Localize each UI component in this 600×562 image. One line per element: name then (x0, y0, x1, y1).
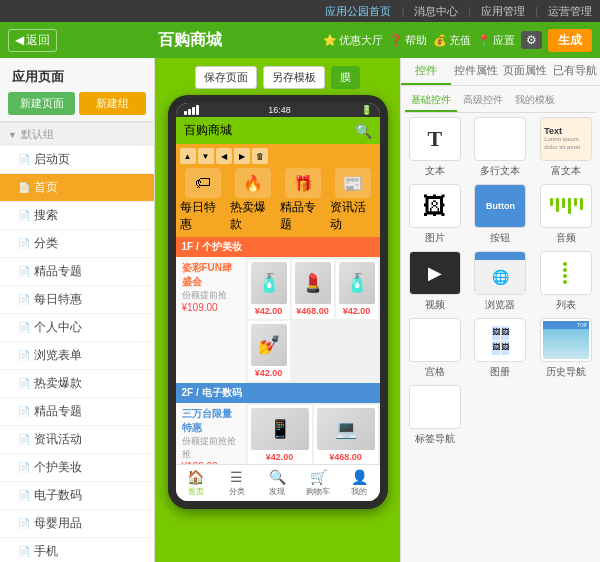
product-price: ¥42.00 (251, 306, 287, 316)
product-img: 💻 (317, 408, 375, 450)
phone-nav-profile[interactable]: 👤 我的 (339, 465, 380, 501)
top-link-park[interactable]: 应用公园首页 (325, 4, 391, 19)
banner-tab-daily-icon: 🏷 (185, 168, 221, 198)
banner-tab-daily[interactable]: 🏷 每日特惠 (180, 168, 226, 233)
widget-tab-nav[interactable]: 标签导航 (405, 385, 465, 446)
widget-richtext-label: 富文本 (551, 164, 581, 178)
section2-price: ¥109.00 (182, 461, 240, 464)
sidebar-item-phone[interactable]: 📄 手机 (0, 538, 154, 562)
phone-search-icon[interactable]: 🔍 (355, 123, 372, 139)
save-template-button[interactable]: 另存模板 (263, 66, 325, 89)
sidebar-item-hot-sales[interactable]: 📄 热卖爆款 (0, 370, 154, 398)
banner-tab-hot-icon: 🔥 (235, 168, 271, 198)
sidebar-item-home[interactable]: 📄 首页 (0, 174, 154, 202)
widget-gallery[interactable]: 🖼 🖼 🖼 🖼 图册 (471, 318, 531, 379)
widget-multiline[interactable]: 多行文本 (471, 117, 531, 178)
product-item[interactable]: 🧴 ¥42.00 (336, 259, 378, 319)
product-item[interactable]: 💄 ¥468.00 (292, 259, 334, 319)
product-item[interactable]: 💅 ¥42.00 (248, 321, 290, 381)
banner-delete-button[interactable]: 🗑 (252, 148, 268, 164)
generate-button[interactable]: 生成 (548, 29, 592, 52)
sidebar-item-browse-form[interactable]: 📄 浏览表单 (0, 342, 154, 370)
sidebar-group-default[interactable]: ▼ 默认组 (0, 122, 154, 146)
tab-page-props[interactable]: 页面属性 (501, 58, 551, 85)
sidebar-item-beauty[interactable]: 📄 个护美妆 (0, 454, 154, 482)
top-link-ops[interactable]: 运营管理 (548, 4, 592, 19)
widget-browser-label: 浏览器 (485, 298, 515, 312)
banner-tab-news[interactable]: 📰 资讯活动 (330, 168, 376, 233)
product-price: ¥42.00 (251, 452, 309, 462)
widget-image-label: 图片 (425, 231, 445, 245)
banner-right-button[interactable]: ▶ (234, 148, 250, 164)
banner-up-button[interactable]: ▲ (180, 148, 196, 164)
widget-video[interactable]: ▶ 视频 (405, 251, 465, 312)
page-icon: 📄 (18, 406, 30, 417)
tab-widget-props[interactable]: 控件属性 (451, 58, 501, 85)
phone-nav-discover[interactable]: 🔍 发现 (257, 465, 298, 501)
phone-nav-home[interactable]: 🏠 首页 (176, 465, 217, 501)
sidebar-item-category[interactable]: 📄 分类 (0, 230, 154, 258)
page-icon: 📄 (18, 490, 30, 501)
product-item[interactable]: 💻 ¥468.00 (314, 405, 378, 464)
widget-grid: T 文本 多行文本 (401, 113, 600, 450)
product-item[interactable]: 🧴 ¥42.00 (248, 259, 290, 319)
phone-nav-cart-label: 购物车 (306, 486, 330, 497)
widget-image[interactable]: 🖼 图片 (405, 184, 465, 245)
banner-tab-hot[interactable]: 🔥 热卖爆款 (230, 168, 276, 233)
top-link-app-manage[interactable]: 应用管理 (481, 4, 525, 19)
phone-nav-cart[interactable]: 🛒 购物车 (298, 465, 339, 501)
cart-nav-icon: 🛒 (310, 469, 327, 485)
back-button[interactable]: ◀ 返回 (8, 29, 57, 52)
widget-button-label: 按钮 (490, 231, 510, 245)
product-img: 🧴 (251, 262, 287, 304)
banner-down-button[interactable]: ▼ (198, 148, 214, 164)
page-icon: 📄 (18, 154, 30, 165)
section1-price: ¥109.00 (182, 302, 240, 313)
product-item[interactable]: 📱 ¥42.00 (248, 405, 312, 464)
banner-tab-premium[interactable]: 🎁 精品专题 (280, 168, 326, 233)
signal-icon (184, 105, 199, 115)
widget-button[interactable]: Button 按钮 (471, 184, 531, 245)
flag-button[interactable]: 膜 (331, 66, 360, 89)
sidebar-item-premium-topic2[interactable]: 📄 精品专题 (0, 398, 154, 426)
sidebar-item-personal-center[interactable]: 📄 个人中心 (0, 314, 154, 342)
sidebar-item-launch[interactable]: 📄 启动页 (0, 146, 154, 174)
widget-browser[interactable]: 🌐 浏览器 (471, 251, 531, 312)
widget-grid-w[interactable]: 宫格 (405, 318, 465, 379)
new-group-button[interactable]: 新建组 (79, 92, 146, 115)
sub-tab-advanced[interactable]: 高级控件 (457, 90, 509, 112)
sidebar-item-electronics[interactable]: 📄 电子数码 (0, 482, 154, 510)
right-panel: 控件 控件属性 页面属性 已有导航 基础控件 高级控件 我的模板 T 文本 (400, 58, 600, 562)
section1-header: 1F / 个护美妆 (176, 237, 380, 257)
sub-tab-basic[interactable]: 基础控件 (405, 90, 457, 112)
banner-left-button[interactable]: ◀ (216, 148, 232, 164)
nav-recharge[interactable]: 💰 充值 (433, 33, 471, 48)
sub-tab-my-templates[interactable]: 我的模板 (509, 90, 561, 112)
phone-content[interactable]: ▲ ▼ ◀ ▶ 🗑 🏷 每日特惠 🔥 (176, 144, 380, 464)
section2-products: 📱 ¥42.00 💻 ¥468.00 (246, 403, 380, 464)
home-nav-icon: 🏠 (187, 469, 204, 485)
tab-widgets[interactable]: 控件 (401, 58, 451, 85)
page-icon: 📄 (18, 518, 30, 529)
sidebar-item-news[interactable]: 📄 资讯活动 (0, 426, 154, 454)
widget-text[interactable]: T 文本 (405, 117, 465, 178)
section2-promo-name: 三万台限量特惠 (182, 407, 240, 435)
sidebar-item-daily-special[interactable]: 📄 每日特惠 (0, 286, 154, 314)
widget-list[interactable]: 列表 (536, 251, 596, 312)
widget-richtext[interactable]: Text Lorem ipsum dolor sit amet 富文本 (536, 117, 596, 178)
nav-settings[interactable]: 📍 应置 (477, 33, 515, 48)
phone-nav-category-label: 分类 (229, 486, 245, 497)
nav-help[interactable]: ❓ 帮助 (389, 33, 427, 48)
new-page-button[interactable]: 新建页面 (8, 92, 75, 115)
widget-audio[interactable]: 音频 (536, 184, 596, 245)
gear-button[interactable]: ⚙ (521, 31, 542, 49)
nav-promo-hall[interactable]: ⭐ 优惠大厅 (323, 33, 383, 48)
widget-history-nav[interactable]: TOP 历史导航 (536, 318, 596, 379)
save-page-button[interactable]: 保存页面 (195, 66, 257, 89)
sidebar-item-baby[interactable]: 📄 母婴用品 (0, 510, 154, 538)
sidebar-item-premium-topic[interactable]: 📄 精品专题 (0, 258, 154, 286)
tab-existing-nav[interactable]: 已有导航 (550, 58, 600, 85)
sidebar-item-search[interactable]: 📄 搜索 (0, 202, 154, 230)
top-link-messages[interactable]: 消息中心 (414, 4, 458, 19)
phone-nav-category[interactable]: ☰ 分类 (216, 465, 257, 501)
